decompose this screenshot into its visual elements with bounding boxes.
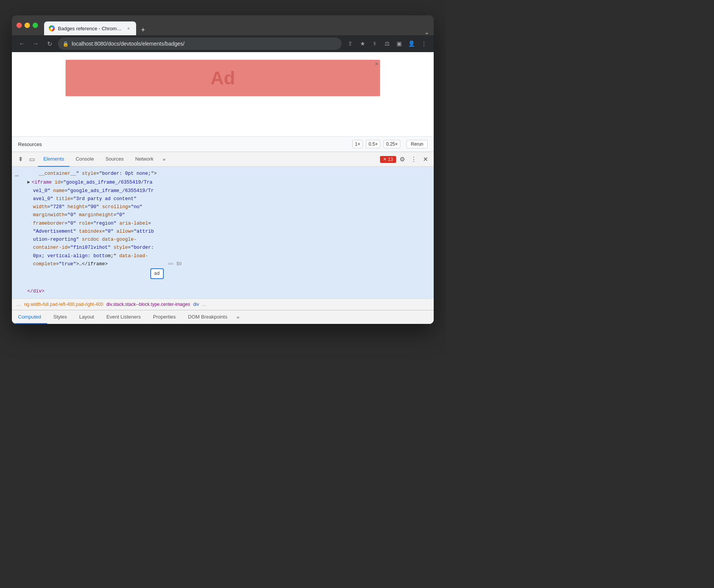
resources-bar: Resources 1× 0.5× 0.25× Rerun bbox=[12, 136, 434, 152]
dots-indicator-top[interactable]: … bbox=[15, 170, 19, 180]
breadcrumb-bar: … ng.width-full.pad-left-400.pad-right-4… bbox=[12, 299, 434, 310]
xml-iframe-line8: ution-reporting" srcdoc data-google- bbox=[27, 236, 428, 244]
xml-iframe-line11: complete = "true" >…</iframe> ad == $0 bbox=[27, 260, 428, 287]
zoom-05x-button[interactable]: 0.5× bbox=[366, 140, 380, 148]
address-actions: ⇧ ★ ⚕ ⚖ ▣ 👤 ⋮ bbox=[345, 38, 429, 49]
reload-button[interactable]: ↻ bbox=[44, 38, 55, 49]
forward-button[interactable]: → bbox=[30, 38, 41, 49]
address-bar: ← → ↻ 🔒 localhost:8080/docs/devtools/ele… bbox=[12, 35, 434, 52]
tab-styles[interactable]: Styles bbox=[47, 310, 73, 324]
error-icon: ✕ bbox=[383, 157, 387, 162]
xml-iframe-line10: 0px; vertical-align: bott om;" data-load… bbox=[27, 252, 428, 260]
settings-icon[interactable]: ⚙ bbox=[397, 154, 408, 165]
more-options-icon[interactable]: ⋮ bbox=[408, 154, 419, 165]
minimize-button[interactable] bbox=[25, 23, 30, 28]
tab-layout[interactable]: Layout bbox=[73, 310, 100, 324]
extension-icon[interactable]: ⚕ bbox=[369, 38, 380, 49]
xml-iframe-line9: container-id = "f1ni07lvihot" style = "b… bbox=[27, 244, 428, 252]
share-icon[interactable]: ⇧ bbox=[345, 38, 355, 49]
error-badge[interactable]: ✕ 13 bbox=[380, 156, 396, 163]
zoom-1x-button[interactable]: 1× bbox=[352, 140, 363, 148]
dollar-zero: == $0 bbox=[168, 260, 182, 268]
device-toolbar-icon[interactable]: ▭ bbox=[26, 154, 37, 165]
more-tabs-button[interactable]: » bbox=[160, 156, 168, 162]
back-button[interactable]: ← bbox=[16, 38, 27, 49]
page-content: Ad ✕ bbox=[12, 52, 434, 136]
chrome-window: Badges reference - Chrome De × + ⌄ ← → ↻… bbox=[12, 15, 434, 324]
tab-dom-breakpoints[interactable]: DOM Breakpoints bbox=[182, 310, 234, 324]
tab-close-button[interactable]: × bbox=[125, 25, 132, 31]
xml-closing-div: </div> bbox=[27, 287, 428, 296]
bottom-tabs: Computed Styles Layout Event Listeners P… bbox=[12, 310, 434, 324]
ad-text: Ad bbox=[211, 67, 235, 89]
ad-badge[interactable]: ad bbox=[150, 268, 163, 279]
zoom-buttons: 1× 0.5× 0.25× Rerun bbox=[352, 140, 428, 148]
tab-computed[interactable]: Computed bbox=[12, 310, 47, 324]
url-input[interactable]: 🔒 localhost:8080/docs/devtools/elements/… bbox=[58, 38, 342, 50]
bottom-more-button[interactable]: » bbox=[234, 314, 242, 320]
xml-iframe-line2: vel_0" name = "google_ads_iframe_/635541… bbox=[27, 187, 428, 195]
breadcrumb-item-1[interactable]: ng.width-full.pad-left-400.pad-right-400 bbox=[24, 302, 103, 307]
close-button[interactable] bbox=[16, 23, 22, 28]
traffic-lights bbox=[16, 23, 38, 28]
error-count: 13 bbox=[388, 157, 393, 162]
profile-icon[interactable]: 👤 bbox=[406, 38, 417, 49]
devtools-tab-bar: ⇞ ▭ Elements Console Sources Network » ✕… bbox=[12, 152, 434, 167]
tab-favicon-icon bbox=[49, 25, 55, 31]
new-tab-button[interactable]: + bbox=[138, 25, 148, 35]
xml-iframe-line3: avel_0" title = "3rd party ad content" bbox=[27, 195, 428, 203]
tab-network[interactable]: Network bbox=[130, 152, 159, 167]
title-bar: Badges reference - Chrome De × + ⌄ bbox=[12, 15, 434, 35]
flask-icon[interactable]: ⚖ bbox=[382, 38, 392, 49]
maximize-button[interactable] bbox=[33, 23, 38, 28]
zoom-025x-button[interactable]: 0.25× bbox=[383, 140, 400, 148]
breadcrumb-more[interactable]: … bbox=[202, 302, 207, 307]
ad-close-button[interactable]: ✕ bbox=[375, 61, 378, 67]
menu-icon[interactable]: ⋮ bbox=[418, 38, 429, 49]
tab-menu-button[interactable]: ⌄ bbox=[424, 29, 429, 35]
splitview-icon[interactable]: ▣ bbox=[394, 38, 405, 49]
devtools-close-button[interactable]: ✕ bbox=[420, 154, 431, 165]
rerun-button[interactable]: Rerun bbox=[406, 140, 428, 148]
active-tab[interactable]: Badges reference - Chrome De × bbox=[44, 21, 136, 35]
breadcrumb-item-3[interactable]: div bbox=[193, 302, 199, 307]
tab-title: Badges reference - Chrome De bbox=[58, 26, 122, 31]
tab-console[interactable]: Console bbox=[70, 152, 99, 167]
xml-iframe-open: ► <iframe id = "google_ads_iframe_/63554… bbox=[27, 179, 428, 187]
breadcrumb-item-2[interactable]: div.stack.stack--block.type.center-image… bbox=[106, 302, 190, 307]
xml-iframe-line7: "Advertisement" tabindex = "0" allow = "… bbox=[27, 228, 428, 236]
element-picker-icon[interactable]: ⇞ bbox=[15, 154, 26, 165]
resources-label: Resources bbox=[18, 141, 42, 147]
xml-iframe-line4: width = "728" height = "90" scrolling = … bbox=[27, 203, 428, 211]
ad-banner: Ad ✕ bbox=[66, 60, 380, 96]
lock-icon: 🔒 bbox=[63, 41, 69, 47]
xml-iframe-line6: frameborder = "0" role = "region" aria-l… bbox=[27, 220, 428, 228]
tab-bar: Badges reference - Chrome De × + ⌄ bbox=[44, 15, 429, 35]
elements-content[interactable]: … __container__ " style =" border: 0pt n… bbox=[12, 167, 434, 299]
tab-elements[interactable]: Elements bbox=[38, 152, 69, 167]
elements-panel: … __container__ " style =" border: 0pt n… bbox=[12, 167, 434, 324]
xml-line-1: __container__ " style =" border: 0pt non… bbox=[27, 170, 428, 178]
url-text: localhost:8080/docs/devtools/elements/ba… bbox=[72, 41, 337, 47]
tab-properties[interactable]: Properties bbox=[147, 310, 182, 324]
devtools-panel: ⇞ ▭ Elements Console Sources Network » ✕… bbox=[12, 152, 434, 324]
bookmark-icon[interactable]: ★ bbox=[357, 38, 368, 49]
tab-sources[interactable]: Sources bbox=[100, 152, 129, 167]
breadcrumb-dots[interactable]: … bbox=[16, 302, 21, 307]
xml-iframe-line5: marginwidth = "0" marginheight = "0" bbox=[27, 211, 428, 219]
tab-event-listeners[interactable]: Event Listeners bbox=[100, 310, 147, 324]
